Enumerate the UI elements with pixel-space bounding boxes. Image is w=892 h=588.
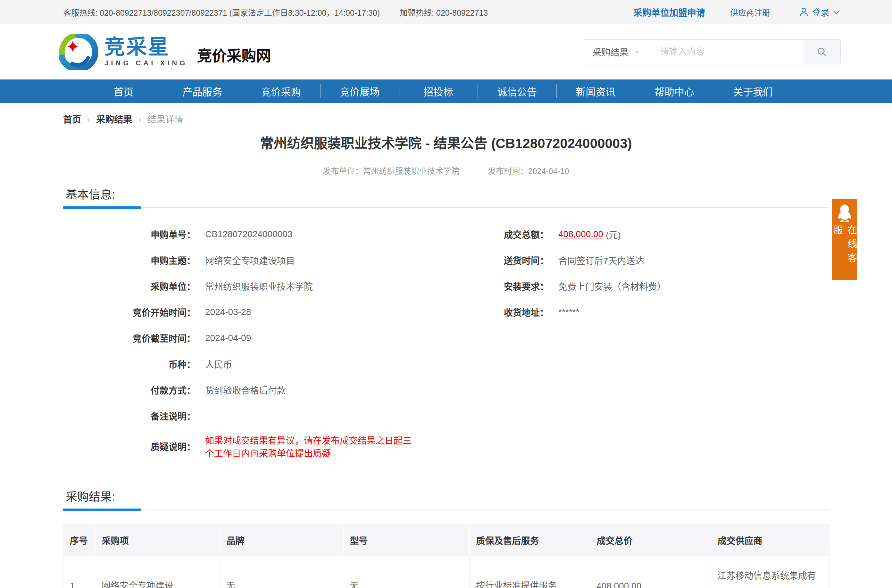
breadcrumb-home[interactable]: 首页 — [63, 112, 81, 125]
search-bar: 采购结果 — [583, 39, 841, 64]
online-service-label: 在线客服 — [830, 225, 859, 280]
basic-info-grid: 申购单号： CB128072024000003 申购主题： 网络安全专项建设项目… — [63, 221, 829, 459]
cell-no: 1 — [63, 556, 95, 588]
logo-text: 竞采星 JING CAI XING — [105, 36, 188, 67]
col-header-service: 质保及售后服务 — [470, 524, 590, 556]
login-label: 登录 — [812, 6, 829, 18]
site-logo[interactable]: 竞采星 JING CAI XING 竞价采购网 — [58, 34, 271, 70]
field-label: 收货地址： — [413, 306, 549, 318]
breadcrumb-current: 结果详情 — [147, 112, 183, 125]
nav-item-products[interactable]: 产品服务 — [163, 80, 241, 103]
publish-time-text: 发布时间：2024-04-10 — [488, 165, 569, 176]
col-header-item: 采购项 — [95, 524, 220, 556]
table-row: 1 网络安全专项建设 无 无 按行业标准提供服务 408,000.00 江苏移动… — [63, 556, 829, 588]
info-row-order-no: 申购单号： CB128072024000003 — [63, 221, 413, 247]
logo-name-en: JING CAI XING — [105, 59, 188, 67]
section-divider — [63, 206, 829, 209]
result-section-header: 采购结果: — [63, 488, 829, 511]
cell-brand: 无 — [220, 556, 343, 588]
announcement-meta: 发布单位：常州纺织服装职业技术学院 发布时间：2024-04-10 — [0, 165, 892, 176]
main-nav: 首页 产品服务 竞价采购 竞价展场 招投标 诚信公告 新闻资讯 帮助中心 关于我… — [0, 80, 892, 103]
search-button[interactable] — [803, 40, 840, 64]
info-row-install: 安装要求： 免费上门安装（含材料费） — [413, 273, 829, 299]
breadcrumb-results[interactable]: 采购结果 — [96, 112, 132, 125]
info-row-challenge: 质疑说明： 如果对成交结果有异议，请在发布成交结果之日起三个工作日内向采购单位提… — [63, 433, 413, 459]
nav-item-about-us[interactable]: 关于我们 — [714, 80, 792, 103]
field-value: 常州纺织服装职业技术学院 — [205, 280, 313, 292]
field-label: 付款方式： — [63, 384, 195, 396]
nav-item-news[interactable]: 新闻资讯 — [556, 80, 635, 103]
nav-item-bidding[interactable]: 竞价采购 — [242, 80, 320, 103]
nav-item-tenders[interactable]: 招投标 — [399, 80, 478, 103]
field-value: 人民币 — [205, 358, 232, 370]
field-label: 质疑说明： — [63, 440, 195, 453]
search-category-value: 采购结果 — [592, 45, 628, 58]
result-table: 序号 采购项 品牌 型号 质保及售后服务 成交总价 成交供应商 1 网络安全专项… — [63, 524, 829, 588]
online-service-widget[interactable]: 在线客服 — [832, 199, 857, 280]
field-label: 申购主题： — [63, 254, 195, 267]
chevron-down-icon — [832, 8, 841, 16]
info-row-currency: 币种： 人民币 — [63, 351, 413, 377]
table-header-row: 序号 采购项 品牌 型号 质保及售后服务 成交总价 成交供应商 — [63, 524, 829, 556]
result-title: 采购结果: — [63, 488, 829, 504]
search-input[interactable] — [650, 40, 803, 64]
col-header-price: 成交总价 — [590, 524, 711, 556]
qq-penguin-icon — [836, 204, 853, 222]
chevron-right-icon: › — [138, 113, 141, 124]
total-amount-link[interactable]: 408,000.00 — [558, 229, 603, 239]
field-value: 2024-04-09 — [205, 333, 251, 343]
nav-item-home[interactable]: 首页 — [84, 80, 163, 103]
logo-swirl-icon — [58, 34, 98, 70]
info-row-subject: 申购主题： 网络安全专项建设项目 — [63, 247, 413, 273]
site-header: 竞采星 JING CAI XING 竞价采购网 采购结果 — [0, 24, 892, 80]
top-utility-bar: 客服热线: 020-80922713/80922307/80922371 (国家… — [0, 0, 892, 24]
field-value: 2024-03-28 — [205, 307, 251, 317]
field-label: 安装要求： — [413, 280, 549, 292]
login-link[interactable]: 登录 — [798, 6, 841, 18]
cell-price: 408,000.00 — [590, 556, 711, 588]
supplier-register-link[interactable]: 供应商注册 — [730, 6, 770, 18]
field-value: 网络安全专项建设项目 — [205, 254, 295, 267]
field-label: 竞价截至时间： — [63, 332, 195, 345]
amount-unit: (元) — [606, 228, 621, 241]
nav-item-bidding-hall[interactable]: 竞价展场 — [320, 80, 399, 103]
field-label: 采购单位： — [63, 280, 195, 292]
info-row-start-time: 竞价开始时间： 2024-03-28 — [63, 299, 413, 325]
search-category-select[interactable]: 采购结果 — [583, 40, 650, 64]
field-value: 货到验收合格后付款 — [205, 384, 286, 396]
service-hotline-text: 客服热线: 020-80922713/80922307/80922371 (国家… — [63, 6, 380, 18]
challenge-warning-text: 如果对成交结果有异议，请在发布成交结果之日起三个工作日内向采购单位提出质疑 — [205, 434, 413, 459]
field-label: 备注说明： — [63, 410, 195, 422]
logo-name-cn: 竞采星 — [105, 36, 188, 57]
info-row-remark: 备注说明： — [63, 403, 413, 429]
site-name: 竞价采购网 — [197, 44, 271, 65]
info-row-end-time: 竞价截至时间： 2024-04-09 — [63, 325, 413, 351]
field-value: CB128072024000003 — [205, 229, 292, 239]
nav-item-help-center[interactable]: 帮助中心 — [635, 80, 713, 103]
user-icon — [798, 7, 809, 18]
field-label: 申购单号： — [63, 228, 195, 241]
info-row-payment: 付款方式： 货到验收合格后付款 — [63, 377, 413, 403]
purchase-unit-join-link[interactable]: 采购单位加盟申请 — [633, 6, 705, 19]
basic-info-left-column: 申购单号： CB128072024000003 申购主题： 网络安全专项建设项目… — [63, 221, 413, 459]
chevron-right-icon: › — [87, 113, 90, 124]
cell-item: 网络安全专项建设 — [95, 556, 220, 588]
col-header-brand: 品牌 — [220, 524, 343, 556]
col-header-no: 序号 — [63, 524, 95, 556]
field-label: 成交总额： — [413, 228, 549, 241]
field-value: ****** — [558, 307, 579, 317]
basic-info-right-column: 成交总额： 408,000.00 (元) 送货时间： 合同签订后7天内送达 安装… — [413, 221, 829, 459]
cell-model: 无 — [343, 556, 470, 588]
search-icon — [816, 46, 827, 58]
basic-info-section-header: 基本信息: — [63, 185, 829, 209]
col-header-supplier: 成交供应商 — [711, 524, 829, 556]
nav-item-integrity-notice[interactable]: 诚信公告 — [478, 80, 556, 103]
page-title: 常州纺织服装职业技术学院 - 结果公告 (CB128072024000003) — [0, 132, 892, 152]
join-hotline-text: 加盟热线: 020-80922713 — [400, 6, 488, 18]
info-row-delivery-time: 送货时间： 合同签订后7天内送达 — [413, 247, 829, 273]
basic-info-title: 基本信息: — [63, 185, 829, 202]
col-header-model: 型号 — [343, 524, 470, 556]
field-label: 币种： — [63, 358, 195, 370]
info-row-total-amount: 成交总额： 408,000.00 (元) — [413, 221, 829, 247]
info-row-purchaser: 采购单位： 常州纺织服装职业技术学院 — [63, 273, 413, 299]
